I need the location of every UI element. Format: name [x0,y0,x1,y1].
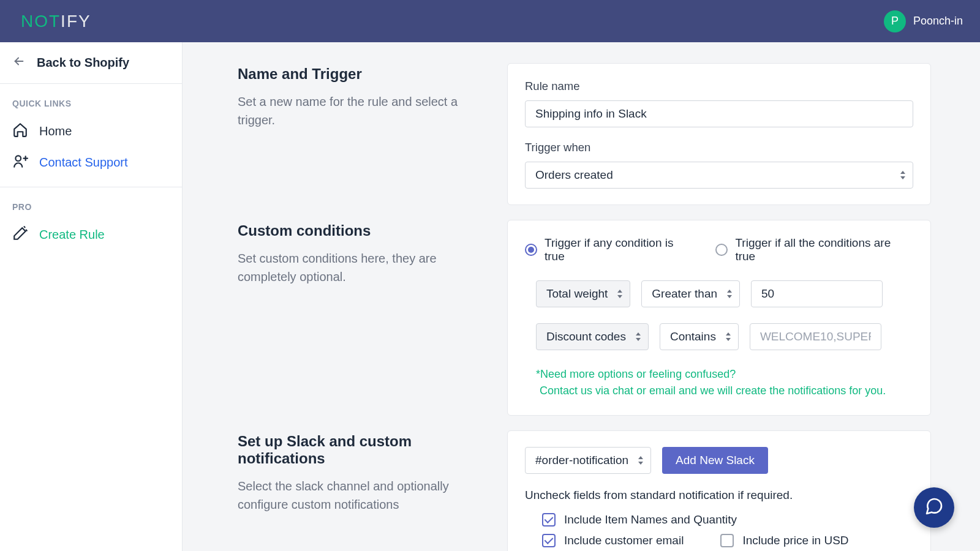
logo: NOTIFY [21,12,91,31]
section-title-conditions: Custom conditions [238,222,483,239]
condition-field-select[interactable]: Total weight [536,280,630,307]
back-to-shopify-link[interactable]: Back to Shopify [0,42,182,84]
checkbox-label: Include Item Names and Quantity [564,513,737,527]
svg-point-0 [15,156,21,161]
section-desc-name-trigger: Set a new name for the rule and select a… [238,92,483,129]
sidebar-item-contact-support[interactable]: Contact Support [0,147,182,178]
sidebar-item-label: Contact Support [39,156,128,170]
sidebar-item-create-rule[interactable]: Create Rule [0,219,182,250]
radio-icon [525,244,537,256]
checkbox-include-price-usd[interactable]: Include price in USD [720,534,848,547]
sidebar-item-label: Home [39,124,72,138]
chat-icon [924,497,944,519]
conditions-help-text: *Need more options or feeling confused? … [525,366,913,399]
condition-value-input[interactable] [751,280,883,307]
condition-row-1: Total weight Greater than [525,280,913,307]
checkbox-label: Include customer email [564,534,684,547]
radio-all-conditions[interactable]: Trigger if all the conditions are true [715,236,913,263]
rule-name-input[interactable] [525,100,913,127]
trigger-when-select[interactable]: Orders created [525,162,913,189]
uncheck-fields-note: Uncheck fields from standard notificatio… [525,489,913,502]
user-area[interactable]: P Poonch-in [884,10,963,32]
section-desc-slack: Select the slack channel and optionally … [238,477,483,514]
card-slack: #order-notification Add New Slack Unchec… [507,430,931,551]
condition-value-input[interactable] [750,323,881,350]
radio-label: Trigger if any condition is true [545,236,696,263]
avatar: P [884,10,906,32]
checkbox-icon [542,534,556,547]
checkbox-include-items-qty[interactable]: Include Item Names and Quantity [542,513,737,527]
checkbox-label: Include price in USD [742,534,848,547]
condition-operator-select[interactable]: Contains [660,323,739,350]
user-name: Poonch-in [913,15,963,28]
sidebar-section-pro: PRO [0,187,182,219]
chat-fab-button[interactable] [914,487,954,528]
checkbox-include-customer-email[interactable]: Include customer email [542,534,684,547]
radio-icon [715,244,728,256]
sidebar: Back to Shopify QUICK LINKS Home Contact… [0,42,183,551]
help-line-1: *Need more options or feeling confused? [536,366,913,383]
section-title-name-trigger: Name and Trigger [238,66,483,83]
main-content: Name and Trigger Set a new name for the … [183,42,980,551]
condition-field-select[interactable]: Discount codes [536,323,649,350]
add-new-slack-button[interactable]: Add New Slack [662,447,768,474]
checkbox-icon [720,534,734,547]
slack-channel-select[interactable]: #order-notification [525,447,651,474]
section-title-slack: Set up Slack and custom notifications [238,433,483,467]
back-label: Back to Shopify [37,56,129,70]
sidebar-section-quick-links: QUICK LINKS [0,84,182,116]
logo-part-b: IFY [61,12,91,31]
condition-operator-select[interactable]: Greater than [641,280,740,307]
radio-any-condition[interactable]: Trigger if any condition is true [525,236,696,263]
wand-icon [12,225,28,244]
condition-row-2: Discount codes Contains [525,323,913,350]
card-name-trigger: Rule name Trigger when Orders created [507,63,931,205]
sidebar-item-home[interactable]: Home [0,116,182,147]
help-line-2: Contact us via chat or email and we will… [536,383,913,399]
logo-part-a: NOT [21,12,61,31]
sidebar-item-label: Create Rule [39,228,105,242]
card-conditions: Trigger if any condition is true Trigger… [507,220,931,416]
home-icon [12,122,28,141]
arrow-left-icon [12,54,26,71]
radio-label: Trigger if all the conditions are true [735,236,913,263]
trigger-when-label: Trigger when [525,141,913,154]
contact-icon [12,153,28,172]
app-header: NOTIFY P Poonch-in [0,0,980,42]
section-desc-conditions: Set custom conditions here, they are com… [238,249,483,286]
checkbox-icon [542,513,556,527]
rule-name-label: Rule name [525,80,913,93]
